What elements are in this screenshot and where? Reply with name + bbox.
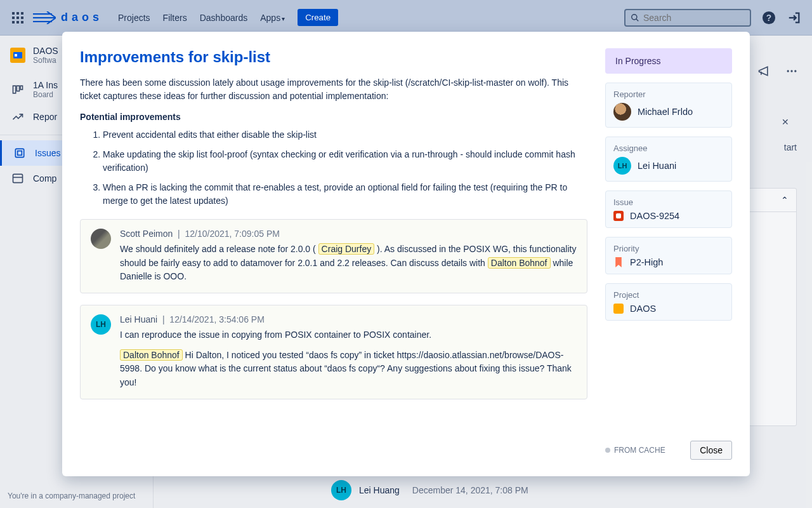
project-avatar-icon xyxy=(613,304,624,314)
priority-value: P2-High xyxy=(630,257,663,267)
comment: Scott Peimon | 12/10/2021, 7:09:05 PM We… xyxy=(80,219,587,293)
reporter-name: Michael Frldo xyxy=(638,107,693,117)
avatar xyxy=(91,229,111,249)
assignee-card: Assignee LHLei Huani xyxy=(605,137,732,182)
comment-author: Lei Huani xyxy=(120,314,157,324)
assignee-name: Lei Huani xyxy=(638,161,676,171)
comment-timestamp: 12/10/2021, 7:09:05 PM xyxy=(185,229,279,239)
comment-timestamp: 12/14/2021, 3:54:06 PM xyxy=(169,314,264,324)
cache-indicator: FROM CACHE xyxy=(605,446,665,455)
issue-modal: Improvements for skip-list There has bee… xyxy=(62,32,750,476)
priority-card: Priority P2-High xyxy=(605,237,732,274)
close-button[interactable]: Close xyxy=(690,441,732,460)
issue-title: Improvements for skip-list xyxy=(80,48,587,66)
issue-key: DAOS-9254 xyxy=(630,211,679,221)
bug-icon xyxy=(613,211,624,221)
priority-icon xyxy=(613,257,624,267)
avatar: LH xyxy=(91,314,111,335)
comment: LH Lei Huani | 12/14/2021, 3:54:06 PM I … xyxy=(80,305,587,399)
mention[interactable]: Dalton Bohnof xyxy=(488,257,551,269)
issue-description: There has been some discussion lately ab… xyxy=(80,76,587,208)
project-value: DAOS xyxy=(630,304,656,314)
reporter-card: Reporter Michael Frldo xyxy=(605,83,732,128)
comment-author: Scott Peimon xyxy=(120,229,173,239)
mention[interactable]: Craig Durfey xyxy=(318,243,375,255)
status-badge[interactable]: In Progress xyxy=(605,48,732,74)
avatar: LH xyxy=(613,157,631,175)
issue-card: Issue DAOS-9254 xyxy=(605,190,732,228)
project-card: Project DAOS xyxy=(605,283,732,321)
avatar xyxy=(613,103,631,121)
mention[interactable]: Dalton Bohnof xyxy=(120,349,183,361)
